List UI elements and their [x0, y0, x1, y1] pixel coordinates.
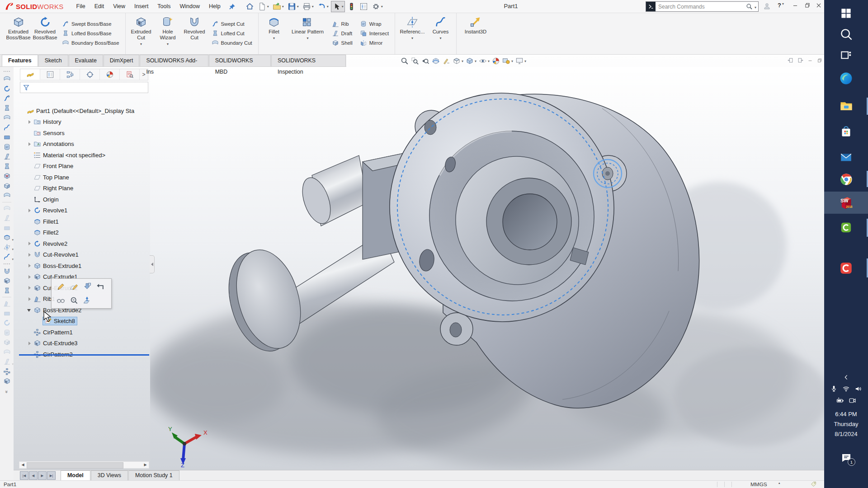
minimize-window-icon[interactable]: [792, 2, 798, 9]
microphone-icon[interactable]: [830, 385, 838, 393]
chrome-icon[interactable]: [824, 169, 868, 190]
tab-evaluate[interactable]: Evaluate: [69, 55, 103, 66]
task-view-icon[interactable]: [824, 45, 868, 66]
rollback-bar[interactable]: [19, 354, 149, 356]
inspection-tab[interactable]: [120, 69, 140, 80]
options-list-button[interactable]: [358, 1, 369, 12]
start-button[interactable]: [824, 3, 868, 24]
hole-wizard-button[interactable]: Hole Wizard: [155, 14, 181, 53]
curves-tool-icon[interactable]: [1, 252, 13, 262]
surface-loft-icon[interactable]: [1, 103, 13, 113]
surface-freeform-icon[interactable]: [1, 123, 13, 133]
tab-features[interactable]: Features: [2, 55, 38, 66]
view-orientation-icon[interactable]: [452, 56, 464, 66]
tab-model[interactable]: Model: [61, 470, 90, 480]
tab-3d-views[interactable]: 3D Views: [91, 470, 128, 480]
edge-icon[interactable]: [824, 68, 868, 89]
boundary-boss-button[interactable]: Boundary Boss/Base: [59, 38, 122, 48]
add-to-folder-icon[interactable]: [80, 281, 94, 292]
previous-window-icon[interactable]: [788, 57, 793, 63]
reference-geometry-button[interactable]: Referenc...: [397, 14, 427, 53]
toolbar-drag-handle[interactable]: [4, 263, 10, 264]
tag-icon[interactable]: [810, 481, 817, 488]
panel-collapse-handle[interactable]: [150, 255, 155, 273]
help-icon[interactable]: ?: [778, 2, 784, 9]
minimize-document-icon[interactable]: [807, 58, 813, 63]
toolbar-drag-handle[interactable]: [4, 71, 10, 72]
tree-item-sketch8[interactable]: Sketch8: [18, 316, 150, 327]
previous-view-icon[interactable]: [420, 56, 430, 66]
rib-button[interactable]: Rib: [329, 19, 355, 29]
wrap-button[interactable]: Wrap: [357, 19, 392, 29]
surface-boundary-icon[interactable]: [1, 113, 13, 123]
edit-sketch-plane-icon[interactable]: [67, 281, 80, 292]
recorder-red-icon[interactable]: [824, 258, 868, 278]
dimxpert-manager-tab[interactable]: [80, 69, 100, 80]
surface-ruled-icon[interactable]: [1, 152, 13, 162]
mail-icon[interactable]: [824, 147, 868, 168]
scrollbar-thumb[interactable]: [27, 462, 123, 469]
menu-view[interactable]: View: [108, 0, 130, 13]
tree-item-sensors[interactable]: Sensors: [18, 127, 150, 139]
expander-icon[interactable]: [27, 263, 32, 268]
tree-item-front-plane[interactable]: Front Plane: [18, 161, 150, 172]
lofted-boss-button[interactable]: Lofted Boss/Base: [59, 29, 122, 38]
print-button[interactable]: [301, 1, 315, 12]
expander-icon[interactable]: [27, 208, 32, 213]
mirror-button[interactable]: Mirror: [357, 38, 392, 48]
configuration-manager-tab[interactable]: [60, 69, 80, 80]
section-view-icon[interactable]: [431, 56, 441, 66]
battery-icon[interactable]: [836, 397, 844, 404]
recorder-green-icon[interactable]: [824, 217, 868, 238]
tree-item-top-plane[interactable]: Top Plane: [18, 172, 150, 183]
expander-icon[interactable]: [27, 141, 32, 147]
surface-planar-icon[interactable]: [1, 132, 13, 142]
zoom-to-selection-icon[interactable]: [67, 295, 80, 306]
swept-boss-button[interactable]: Swept Boss/Base: [59, 19, 122, 29]
tree-item-revolve1[interactable]: Revolve1: [18, 205, 150, 216]
settings-gear-button[interactable]: [370, 1, 384, 12]
lofted-cut-tool-icon[interactable]: [1, 286, 13, 296]
tree-item-part[interactable]: Part1 (Default<<Default>_Display Sta: [18, 105, 150, 117]
surface-fill-icon[interactable]: [1, 162, 13, 172]
hidden-icons-chevron[interactable]: [824, 371, 868, 383]
view-settings-icon[interactable]: [514, 56, 527, 66]
store-icon[interactable]: [824, 121, 868, 142]
sw-search-icon[interactable]: [646, 2, 656, 11]
swept-cut-tool-icon[interactable]: [1, 276, 13, 286]
tree-item-history[interactable]: History: [18, 117, 150, 128]
extruded-cut-button[interactable]: Extruded Cut: [128, 14, 155, 53]
close-window-icon[interactable]: [816, 2, 822, 9]
save-button[interactable]: [286, 1, 300, 12]
boundary-cut-button[interactable]: Boundary Cut: [209, 38, 255, 48]
tree-item-boss-extrude1[interactable]: Boss-Extrude1: [18, 260, 150, 272]
first-tab-icon[interactable]: |◀: [20, 471, 28, 480]
knit-surface-icon[interactable]: [1, 191, 13, 201]
expander-icon[interactable]: [27, 341, 32, 346]
tree-item-material[interactable]: Material <not specified>: [18, 150, 150, 161]
features-tree-tab[interactable]: [20, 69, 40, 80]
draft-button[interactable]: Draft: [329, 29, 355, 38]
restore-document-icon[interactable]: [817, 58, 822, 63]
scroll-right-icon[interactable]: [142, 462, 149, 468]
curves-button[interactable]: Curves: [427, 14, 454, 53]
search-input[interactable]: [656, 4, 746, 10]
expander-icon[interactable]: [27, 307, 32, 313]
surface-offset-icon[interactable]: [1, 142, 13, 152]
tree-item-annotations[interactable]: Annotations: [18, 139, 150, 150]
edit-sketch-icon[interactable]: [54, 281, 67, 292]
expander-icon[interactable]: [27, 296, 32, 302]
tab-solidworks-inspection[interactable]: SOLIDWORKS Inspection: [271, 55, 346, 66]
tab-solidworks-add-ins[interactable]: SOLIDWORKS Add-Ins: [140, 55, 208, 66]
next-window-icon[interactable]: [797, 57, 803, 63]
swept-cut-button[interactable]: Swept Cut: [209, 19, 255, 29]
home-button[interactable]: [244, 1, 255, 12]
tab-solidworks-mbd[interactable]: SOLIDWORKS MBD: [209, 55, 271, 66]
next-tab-icon[interactable]: ▶: [38, 471, 47, 480]
solidworks-taskbar-icon[interactable]: SW 2018: [824, 192, 868, 214]
search-dropdown-icon[interactable]: [754, 3, 756, 10]
tree-filter-box[interactable]: [20, 82, 148, 93]
tab-motion-study[interactable]: Motion Study 1: [128, 470, 179, 480]
tab-sketch[interactable]: Sketch: [38, 55, 68, 66]
tree-item-cirpattern1[interactable]: CirPattern1: [18, 327, 150, 338]
